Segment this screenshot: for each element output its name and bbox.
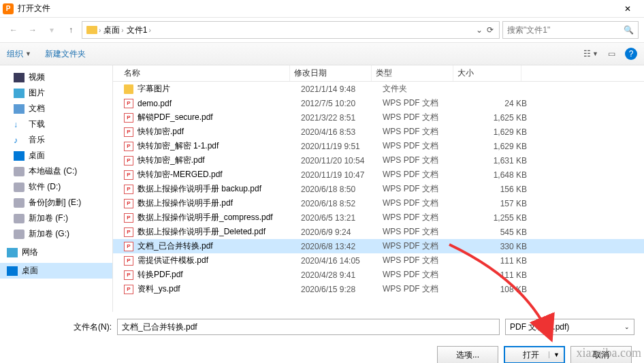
file-type: WPS PDF 文档 xyxy=(383,169,464,180)
file-date: 2020/6/8 13:42 xyxy=(301,242,383,251)
close-button[interactable]: ✕ xyxy=(614,4,641,14)
view-mode-button[interactable]: ☷ ▼ xyxy=(583,49,598,59)
organize-button[interactable]: 组织 ▼ xyxy=(7,48,31,60)
path-dropdown-icon[interactable]: ⌄ xyxy=(476,25,483,35)
search-icon[interactable]: 🔍 xyxy=(624,25,634,35)
column-header: 名称 修改日期 类型 大小 xyxy=(113,65,644,82)
file-row[interactable]: 字幕图片2021/1/14 9:48文件夹 xyxy=(113,82,644,96)
file-date: 2020/4/16 14:05 xyxy=(301,256,383,266)
file-name: 快转加密_解密.pdf xyxy=(138,155,301,166)
pdf-icon xyxy=(124,185,133,194)
up-button[interactable]: ↑ xyxy=(63,22,79,38)
file-size: 157 KB xyxy=(464,199,527,208)
disk-icon xyxy=(14,183,25,192)
file-row[interactable]: 数据上报操作说明手册_Deleted.pdf2020/6/9 9:24WPS P… xyxy=(113,225,644,239)
file-row[interactable]: 快转加密-MERGED.pdf2020/11/19 10:47WPS PDF 文… xyxy=(113,168,644,182)
file-name: 资料_ys.pdf xyxy=(138,283,301,295)
sidebar-label: 本地磁盘 (C:) xyxy=(29,165,77,177)
breadcrumb-seg-0[interactable]: 桌面› xyxy=(102,25,125,36)
file-name: 快转加密-MERGED.pdf xyxy=(138,169,301,180)
file-name: 数据上报操作说明手册 backup.pdf xyxy=(138,183,301,195)
file-name: demo.pdf xyxy=(138,99,301,108)
sidebar-desktop[interactable]: 桌面 xyxy=(0,263,112,279)
filename-input[interactable] xyxy=(117,319,500,335)
file-name: 字幕图片 xyxy=(138,83,301,95)
pic-icon xyxy=(14,89,25,98)
file-date: 2020/11/20 10:54 xyxy=(301,156,383,165)
file-name: 数据上报操作说明手册_Deleted.pdf xyxy=(138,226,301,238)
disk-icon xyxy=(14,198,25,208)
file-date: 2020/6/18 8:50 xyxy=(301,185,383,194)
refresh-icon[interactable]: ⟳ xyxy=(487,25,494,35)
col-type[interactable]: 类型 xyxy=(372,65,453,81)
disk-icon xyxy=(14,167,25,176)
breadcrumb-root[interactable]: › xyxy=(85,26,102,34)
sidebar-label: 图片 xyxy=(29,87,45,99)
file-date: 2020/11/19 9:51 xyxy=(301,142,383,151)
file-type: WPS PDF 文档 xyxy=(383,97,464,109)
file-type: WPS PDF 文档 xyxy=(383,183,464,195)
vid-icon xyxy=(14,73,25,82)
forward-button[interactable]: → xyxy=(25,22,41,38)
file-type: 文件夹 xyxy=(383,83,464,95)
pdf-icon xyxy=(124,270,133,280)
sidebar-item-10[interactable]: 新加卷 (G:) xyxy=(0,226,112,242)
sidebar-item-5[interactable]: 桌面 xyxy=(0,148,112,163)
sidebar-item-3[interactable]: ↓下载 xyxy=(0,116,112,132)
file-type: WPS PDF 文档 xyxy=(383,198,464,209)
app-icon: P xyxy=(3,3,14,14)
search-box[interactable]: 🔍 xyxy=(502,21,639,39)
col-date[interactable]: 修改日期 xyxy=(290,65,372,81)
preview-pane-button[interactable]: ▭ xyxy=(608,49,615,59)
file-type: WPS PDF 文档 xyxy=(383,140,464,152)
sidebar-item-2[interactable]: 文档 xyxy=(0,101,112,116)
sidebar-item-1[interactable]: 图片 xyxy=(0,85,112,101)
music-icon: ♪ xyxy=(14,136,25,145)
history-dropdown[interactable]: ▾ xyxy=(44,22,60,38)
dl-icon: ↓ xyxy=(14,120,25,129)
help-icon[interactable]: ? xyxy=(625,48,637,60)
newfolder-button[interactable]: 新建文件夹 xyxy=(45,48,86,60)
breadcrumb[interactable]: › 桌面› 文件1› ⌄⟳ xyxy=(82,21,500,39)
search-input[interactable] xyxy=(507,25,624,35)
file-type: WPS PDF 文档 xyxy=(383,155,464,166)
file-row[interactable]: 数据上报操作说明手册_compress.pdf2020/6/5 13:21WPS… xyxy=(113,210,644,225)
file-row[interactable]: 数据上报操作说明手册 backup.pdf2020/6/18 8:50WPS P… xyxy=(113,182,644,196)
sidebar-item-8[interactable]: 备份[勿删] (E:) xyxy=(0,195,112,210)
file-size: 1,631 KB xyxy=(464,156,527,165)
breadcrumb-seg-1[interactable]: 文件1› xyxy=(125,25,152,36)
col-size[interactable]: 大小 xyxy=(453,65,521,81)
file-row[interactable]: 解锁PDF_secure.pdf2021/3/22 8:51WPS PDF 文档… xyxy=(113,110,644,125)
back-button[interactable]: ← xyxy=(5,22,22,38)
sidebar-item-9[interactable]: 新加卷 (F:) xyxy=(0,210,112,226)
file-row[interactable]: 数据上报操作说明手册.pdf2020/6/18 8:52WPS PDF 文档15… xyxy=(113,196,644,210)
file-row[interactable]: 快转加密.pdf2020/4/16 8:53WPS PDF 文档1,629 KB xyxy=(113,125,644,139)
sidebar-item-0[interactable]: 视频 xyxy=(0,69,112,85)
desktop-icon xyxy=(7,266,18,276)
col-name[interactable]: 名称 xyxy=(113,65,290,81)
sidebar-item-7[interactable]: 软件 (D:) xyxy=(0,179,112,195)
file-size: 156 KB xyxy=(464,185,527,194)
folder-icon xyxy=(124,84,133,94)
watermark: xiazaiba.com xyxy=(577,346,641,360)
file-date: 2020/6/18 8:52 xyxy=(301,199,383,208)
file-row[interactable]: 快转加密_解密 1-1.pdf2020/11/19 9:51WPS PDF 文档… xyxy=(113,139,644,153)
file-type: WPS PDF 文档 xyxy=(383,126,464,138)
file-size: 1,648 KB xyxy=(464,170,527,180)
pdf-icon xyxy=(124,113,133,123)
sidebar-item-4[interactable]: ♪音乐 xyxy=(0,132,112,148)
sidebar-item-6[interactable]: 本地磁盘 (C:) xyxy=(0,163,112,179)
file-date: 2020/4/16 8:53 xyxy=(301,127,383,137)
pdf-icon xyxy=(124,227,133,237)
sidebar-network[interactable]: 网络 xyxy=(0,244,112,260)
file-size: 1,625 KB xyxy=(464,113,527,123)
sidebar-label: 软件 (D:) xyxy=(29,181,61,193)
file-name: 快转加密_解密 1-1.pdf xyxy=(138,140,301,152)
file-row[interactable]: 快转加密_解密.pdf2020/11/20 10:54WPS PDF 文档1,6… xyxy=(113,153,644,168)
breadcrumb-label: 桌面 xyxy=(103,25,120,36)
doc-icon xyxy=(14,104,25,114)
file-date: 2020/4/28 9:41 xyxy=(301,270,383,280)
sidebar-label: 新加卷 (G:) xyxy=(29,228,69,240)
file-row[interactable]: demo.pdf2012/7/5 10:20WPS PDF 文档24 KB xyxy=(113,96,644,110)
file-name: 转换PDF.pdf xyxy=(138,269,301,281)
